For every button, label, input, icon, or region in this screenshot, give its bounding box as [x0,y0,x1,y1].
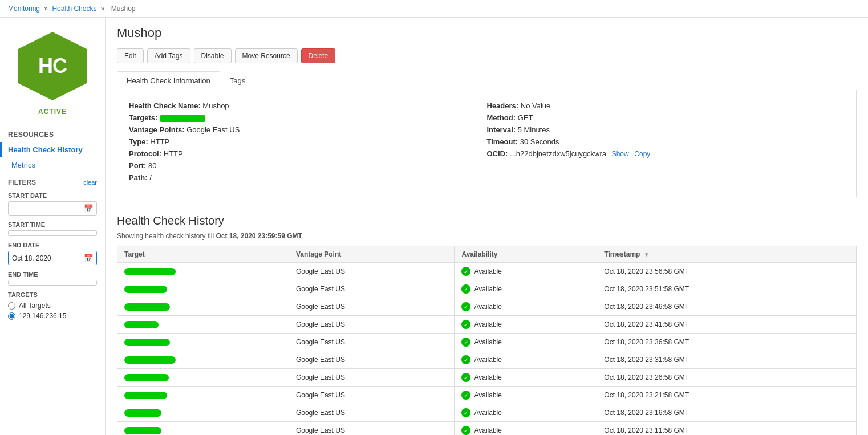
sidebar-item-health-check-history[interactable]: Health Check History [0,142,105,157]
available-icon-9: ✓ [461,426,470,435]
cell-availability-8: ✓ Available [455,404,597,422]
cell-timestamp-0: Oct 18, 2020 23:56:58 GMT [597,263,857,280]
cell-availability-0: ✓ Available [455,263,597,280]
target-redacted-2 [124,303,170,311]
cell-target-4 [117,334,289,351]
move-resource-button[interactable]: Move Resource [235,48,298,63]
available-icon-4: ✓ [461,338,470,347]
tabs: Health Check Information Tags [117,71,857,90]
type-row: Type: HTTP [129,137,487,146]
available-icon-1: ✓ [461,284,470,294]
cell-vantage-8: Google East US [289,404,455,422]
resources-title: Resources [0,127,105,142]
edit-button[interactable]: Edit [117,48,144,63]
start-date-label: START DATE [8,192,97,199]
cell-availability-9: ✓ Available [455,422,597,436]
available-icon-0: ✓ [461,267,470,276]
start-date-input[interactable]: 📅 [8,201,97,216]
targets-radio-group: All Targets 129.146.236.15 [8,302,97,320]
end-time-input[interactable] [8,280,97,286]
target-redacted-6 [124,374,169,381]
main-content: Mushop Edit Add Tags Disable Move Resour… [106,18,868,435]
target-redacted-8 [124,409,161,417]
end-date-value: Oct 18, 2020 [12,254,51,262]
cell-timestamp-9: Oct 18, 2020 23:11:58 GMT [597,422,857,436]
ocid-show-link[interactable]: Show [612,150,629,158]
table-row: Google East US ✓ Available Oct 18, 2020 … [117,404,857,422]
target-redacted-4 [124,339,170,346]
end-date-calendar-icon: 📅 [84,254,93,262]
cell-timestamp-3: Oct 18, 2020 23:41:58 GMT [597,316,857,334]
cell-vantage-4: Google East US [289,334,455,351]
table-row: Google East US ✓ Available Oct 18, 2020 … [117,316,857,334]
cell-availability-2: ✓ Available [455,298,597,316]
col-timestamp[interactable]: Timestamp ▼ [597,246,857,263]
table-row: Google East US ✓ Available Oct 18, 2020 … [117,351,857,369]
cell-vantage-0: Google East US [289,263,455,280]
cell-target-3 [117,316,289,334]
available-icon-6: ✓ [461,373,470,382]
sort-arrow-icon: ▼ [644,251,650,258]
tab-health-check-information[interactable]: Health Check Information [117,71,220,90]
action-bar: Edit Add Tags Disable Move Resource Dele… [117,48,857,63]
sidebar-item-metrics[interactable]: Metrics [0,157,105,173]
cell-availability-3: ✓ Available [455,316,597,334]
available-icon-2: ✓ [461,302,470,311]
targets-label: Targets [8,291,97,298]
delete-button[interactable]: Delete [301,48,336,63]
ocid-copy-link[interactable]: Copy [634,150,650,158]
clear-filters-link[interactable]: clear [83,179,97,186]
table-row: Google East US ✓ Available Oct 18, 2020 … [117,422,857,436]
cell-target-0 [117,263,289,280]
sidebar: HC ACTIVE Resources Health Check History… [0,18,106,435]
available-icon-8: ✓ [461,408,470,417]
cell-timestamp-8: Oct 18, 2020 23:16:58 GMT [597,404,857,422]
end-date-input[interactable]: Oct 18, 2020 📅 [8,251,97,265]
path-row: Path: / [129,173,487,182]
hexagon-text: HC [38,54,67,78]
target-redacted-9 [124,427,161,434]
tab-tags[interactable]: Tags [220,71,255,90]
history-table: Target Vantage Point Availability Timest… [117,246,857,435]
health-check-name-row: Health Check Name: Mushop [129,101,487,110]
cell-vantage-9: Google East US [289,422,455,436]
cell-timestamp-5: Oct 18, 2020 23:31:58 GMT [597,351,857,369]
target-redacted-7 [124,392,167,399]
start-time-input[interactable] [8,230,97,236]
info-right: Headers: No Value Method: GET Interval: … [487,99,845,188]
cell-availability-7: ✓ Available [455,387,597,404]
vantage-points-row: Vantage Points: Google East US [129,125,487,134]
disable-button[interactable]: Disable [194,48,232,63]
history-subtitle: Showing health check history till Oct 18… [117,232,857,240]
history-date: Oct 18, 2020 23:59:59 GMT [216,232,302,240]
available-icon-5: ✓ [461,355,470,364]
ocid-row: OCID: ...h22dbjnetzdxw5jcuygckwra Show C… [487,149,845,158]
protocol-row: Protocol: HTTP [129,149,487,158]
add-tags-button[interactable]: Add Tags [147,48,190,63]
start-time-label: START TIME [8,221,97,228]
cell-timestamp-6: Oct 18, 2020 23:26:58 GMT [597,369,857,387]
cell-target-5 [117,351,289,369]
cell-vantage-1: Google East US [289,280,455,298]
cell-target-6 [117,369,289,387]
targets-row: Targets: [129,113,487,122]
cell-target-8 [117,404,289,422]
cell-availability-5: ✓ Available [455,351,597,369]
cell-timestamp-4: Oct 18, 2020 23:36:58 GMT [597,334,857,351]
timeout-row: Timeout: 30 Seconds [487,137,845,146]
end-date-label: END DATE [8,242,97,249]
breadcrumb-monitoring[interactable]: Monitoring [8,5,40,13]
cell-availability-6: ✓ Available [455,369,597,387]
info-grid: Health Check Name: Mushop Targets: Vanta… [129,99,845,188]
start-date-calendar-icon: 📅 [84,204,93,213]
cell-timestamp-7: Oct 18, 2020 23:21:58 GMT [597,387,857,404]
radio-all-targets[interactable]: All Targets [8,302,97,310]
radio-specific-target[interactable]: 129.146.236.15 [8,312,97,320]
history-section-title: Health Check History [117,214,857,227]
filters-title: Filters [8,178,36,186]
info-panel: Health Check Name: Mushop Targets: Vanta… [117,90,857,197]
cell-availability-1: ✓ Available [455,280,597,298]
breadcrumb-health-checks[interactable]: Health Checks [52,5,96,13]
cell-target-7 [117,387,289,404]
cell-target-9 [117,422,289,436]
